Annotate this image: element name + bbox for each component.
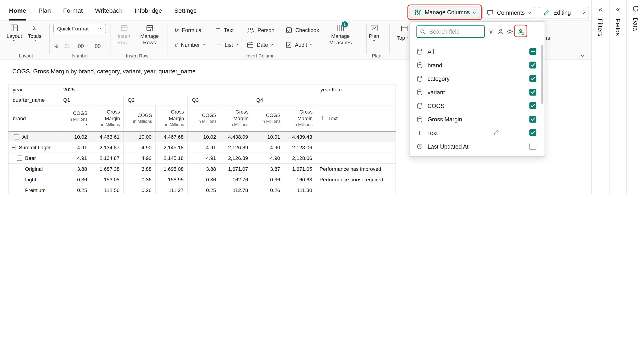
value-cell[interactable]: 10.01 <box>252 132 284 142</box>
decimal-decrease-icon[interactable]: .00 <box>93 43 101 49</box>
field-checkbox[interactable] <box>530 62 536 68</box>
field-item-last-updated-at[interactable]: Last Updated At <box>410 139 545 153</box>
value-cell[interactable]: 4,463.61 <box>91 132 123 142</box>
field-item-gross-margin[interactable]: Gross Margin <box>410 112 545 126</box>
editing-mode-button[interactable]: Editing <box>539 7 589 18</box>
value-cell[interactable]: 4,439.43 <box>284 132 316 142</box>
insert-text-button[interactable]: Text <box>215 25 234 35</box>
text-cell[interactable] <box>316 132 396 142</box>
col-header-gross-margin-q1[interactable]: Gross Marginin Millions <box>91 105 123 132</box>
ribbon-collapse-icon[interactable] <box>581 52 584 57</box>
col-header-cogs-q2[interactable]: COGSin Millions <box>123 105 156 132</box>
quarter-header-q3[interactable]: Q3 <box>188 95 252 105</box>
field-item-all[interactable]: All <box>410 45 545 58</box>
value-cell[interactable]: 3.88 <box>59 163 91 174</box>
value-cell[interactable]: 1,671.05 <box>284 163 316 174</box>
panel-scrollbar[interactable] <box>541 45 544 104</box>
field-checkbox[interactable] <box>530 143 536 150</box>
side-panel-data[interactable]: Data <box>626 0 644 194</box>
quick-format-dropdown[interactable]: Quick Format <box>53 24 106 33</box>
plan-button[interactable]: Plan <box>369 24 379 41</box>
manage-columns-button[interactable]: Manage Columns <box>410 6 480 18</box>
value-cell[interactable]: 4.90 <box>252 142 284 153</box>
value-cell[interactable]: 2,128.06 <box>284 153 316 163</box>
row-header-light[interactable]: Light <box>8 174 59 185</box>
value-cell[interactable]: 2,128.06 <box>284 142 316 153</box>
field-item-category[interactable]: category <box>410 72 545 85</box>
menu-tab-settings[interactable]: Settings <box>174 0 196 20</box>
value-cell[interactable]: 2,126.89 <box>220 142 252 153</box>
collapse-row-icon[interactable] <box>11 145 16 150</box>
decimal-increase-icon[interactable]: .00 <box>76 43 87 49</box>
value-cell[interactable]: 4.90 <box>123 153 156 163</box>
year-item-header[interactable]: year Item <box>316 84 396 95</box>
field-item-cogs[interactable]: COGS <box>410 99 545 112</box>
insert-row-button[interactable]: Insert Row <box>114 24 134 46</box>
row-header-premium[interactable]: Premium <box>8 185 59 194</box>
year-value-header[interactable]: 2025 <box>59 84 316 95</box>
value-cell[interactable]: 0.36 <box>123 174 156 185</box>
value-cell[interactable]: 4.91 <box>59 142 91 153</box>
value-cell[interactable]: 2,134.87 <box>91 153 123 163</box>
value-cell[interactable]: 0.25 <box>59 185 91 194</box>
data-grid[interactable]: year2025year Itemquarter_nameQ1Q2Q3Q4bra… <box>8 84 396 194</box>
value-cell[interactable]: 0.36 <box>59 174 91 185</box>
value-cell[interactable]: 4.90 <box>252 153 284 163</box>
comments-button[interactable]: Comments <box>482 7 535 18</box>
col-header-text[interactable]: Text <box>316 105 396 132</box>
panel-settings-gear-icon[interactable] <box>507 28 513 35</box>
layout-button[interactable]: Layout <box>6 24 22 41</box>
quarter-header-q1[interactable]: Q1 <box>59 95 123 105</box>
menu-tab-format[interactable]: Format <box>63 0 82 20</box>
value-cell[interactable]: 2,145.18 <box>156 153 188 163</box>
insert-list-button[interactable]: List <box>215 39 238 50</box>
field-item-variant[interactable]: variant <box>410 85 545 99</box>
value-cell[interactable]: 0.26 <box>123 185 156 194</box>
row-header-summit-lager[interactable]: Summit Lager <box>8 142 59 153</box>
quarter-header-q2[interactable]: Q2 <box>123 95 187 105</box>
side-panel-fields[interactable]: «Fields <box>609 0 626 194</box>
collapse-row-icon[interactable] <box>14 134 19 139</box>
row-header-beer[interactable]: Beer <box>8 153 59 163</box>
menu-tab-writeback[interactable]: Writeback <box>95 0 122 20</box>
value-cell[interactable]: 10.00 <box>123 132 156 142</box>
value-cell[interactable]: 112.78 <box>220 185 252 194</box>
value-cell[interactable]: 10.02 <box>188 132 220 142</box>
col-header-cogs-q3[interactable]: COGSin Millions <box>188 105 220 132</box>
field-checkbox[interactable] <box>530 102 536 109</box>
value-cell[interactable]: 2,145.18 <box>156 142 188 153</box>
value-cell[interactable]: 3.88 <box>123 163 156 174</box>
value-cell[interactable]: 1,695.08 <box>156 163 188 174</box>
insert-checkbox-button[interactable]: Checkbox <box>286 25 319 35</box>
text-cell[interactable] <box>316 142 396 153</box>
text-cell[interactable] <box>316 153 396 163</box>
value-cell[interactable]: 2,134.87 <box>91 142 123 153</box>
quarter-header-q4[interactable]: Q4 <box>252 95 316 105</box>
field-checkbox[interactable] <box>530 48 536 55</box>
insert-number-button[interactable]: # Number <box>175 39 205 50</box>
value-cell[interactable]: 0.36 <box>188 174 220 185</box>
value-cell[interactable]: 4.91 <box>59 153 91 163</box>
menu-tab-infobridge[interactable]: Infobridge <box>135 0 162 20</box>
currency-format-icon[interactable]: $¢ <box>64 43 70 49</box>
value-cell[interactable]: 0.25 <box>188 185 220 194</box>
clipped-button-label[interactable]: Top r <box>397 35 410 42</box>
text-cell[interactable]: Performance has improved <box>316 163 396 174</box>
field-checkbox[interactable] <box>530 129 536 136</box>
side-panel-filters[interactable]: «Filters <box>592 0 609 194</box>
refresh-icon[interactable] <box>632 5 639 12</box>
totals-button[interactable]: Σ Totals <box>28 24 41 41</box>
formula-button[interactable]: fx Formula <box>175 25 202 35</box>
text-cell[interactable]: Performance boost required <box>316 174 396 185</box>
value-cell[interactable]: 111.27 <box>156 185 188 194</box>
manage-measures-button[interactable]: 1 Manage Measures <box>328 24 352 46</box>
value-cell[interactable]: 1,687.38 <box>91 163 123 174</box>
insert-date-button[interactable]: Date <box>247 39 273 50</box>
value-cell[interactable]: 2,126.89 <box>220 153 252 163</box>
filter-icon[interactable] <box>488 28 494 34</box>
menu-tab-home[interactable]: Home <box>9 0 26 20</box>
value-cell[interactable]: 10.02 <box>59 132 91 142</box>
value-cell[interactable]: 160.63 <box>284 174 316 185</box>
value-cell[interactable]: 3.87 <box>252 163 284 174</box>
insert-person-button[interactable]: Person <box>247 25 274 35</box>
